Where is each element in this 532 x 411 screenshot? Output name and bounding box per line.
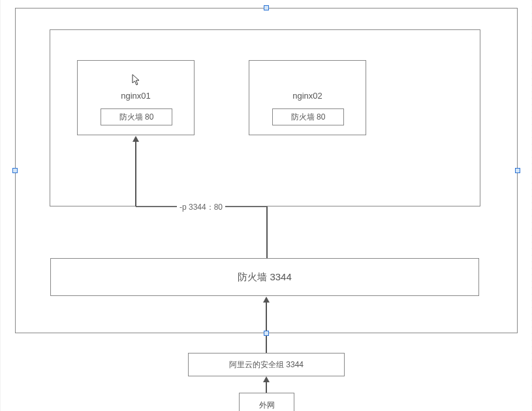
host-firewall-label: 防火墙 3344 — [238, 271, 292, 284]
connector-port-mapping — [135, 142, 136, 206]
nginx02-firewall-label: 防火墙 80 — [291, 112, 326, 123]
nginx01-firewall-box[interactable]: 防火墙 80 — [101, 108, 172, 125]
selection-handle[interactable] — [264, 5, 269, 10]
host-firewall-box[interactable]: 防火墙 3344 — [50, 258, 479, 296]
selection-handle[interactable] — [12, 168, 18, 173]
arrow-head-icon — [133, 136, 139, 142]
nginx01-box[interactable]: nginx01 防火墙 80 — [77, 60, 195, 135]
arrow-head-icon — [263, 297, 270, 303]
security-group-label: 阿里云的安全组 3344 — [229, 359, 304, 370]
connector-port-mapping — [266, 206, 268, 259]
nginx02-box[interactable]: nginx02 防火墙 80 — [249, 60, 366, 135]
security-group-box[interactable]: 阿里云的安全组 3344 — [188, 353, 345, 376]
internet-label: 外网 — [259, 400, 275, 411]
diagram-canvas[interactable]: Docker服务 nginx01 防火墙 80 nginx02 防火墙 80 -… — [1, 0, 531, 411]
selection-handle[interactable] — [515, 168, 520, 173]
nginx02-title: nginx02 — [249, 91, 366, 101]
connector-security-to-firewall — [266, 302, 267, 353]
port-mapping-label: -p 3344：80 — [177, 202, 225, 213]
nginx01-title: nginx01 — [78, 91, 194, 101]
arrow-head-icon — [263, 376, 270, 382]
internet-box[interactable]: 外网 — [239, 393, 294, 411]
connector-internet-to-security — [266, 382, 267, 393]
nginx02-firewall-box[interactable]: 防火墙 80 — [272, 108, 344, 125]
selection-handle[interactable] — [264, 331, 269, 336]
nginx01-firewall-label: 防火墙 80 — [119, 112, 154, 123]
